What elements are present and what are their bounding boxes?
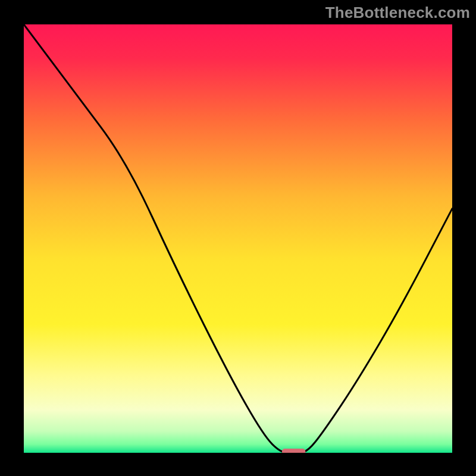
plot-svg	[24, 24, 452, 453]
bottleneck-plot	[24, 24, 452, 453]
optimal-marker	[282, 449, 306, 453]
chart-frame: TheBottleneck.com	[0, 0, 476, 476]
watermark-text: TheBottleneck.com	[325, 4, 470, 22]
